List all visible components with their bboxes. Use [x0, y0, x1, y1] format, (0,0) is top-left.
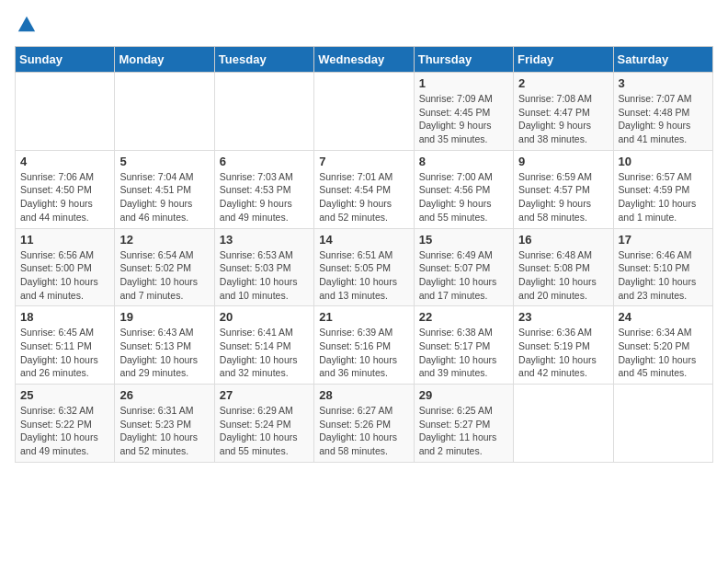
- day-info: Sunrise: 6:34 AM Sunset: 5:20 PM Dayligh…: [619, 326, 708, 380]
- day-info: Sunrise: 7:00 AM Sunset: 4:56 PM Dayligh…: [419, 170, 508, 224]
- calendar-cell: 1Sunrise: 7:09 AM Sunset: 4:45 PM Daylig…: [414, 73, 513, 151]
- calendar-cell: 23Sunrise: 6:36 AM Sunset: 5:19 PM Dayli…: [514, 306, 613, 385]
- day-info: Sunrise: 6:49 AM Sunset: 5:07 PM Dayligh…: [419, 248, 508, 303]
- day-number: 26: [119, 388, 209, 402]
- day-number: 29: [419, 388, 508, 402]
- calendar-cell: 11Sunrise: 6:56 AM Sunset: 5:00 PM Dayli…: [16, 228, 115, 306]
- calendar-cell: 15Sunrise: 6:49 AM Sunset: 5:07 PM Dayli…: [414, 228, 513, 306]
- day-info: Sunrise: 6:53 AM Sunset: 5:03 PM Dayligh…: [220, 248, 309, 303]
- calendar-cell: 20Sunrise: 6:41 AM Sunset: 5:14 PM Dayli…: [214, 306, 313, 385]
- day-info: Sunrise: 6:39 AM Sunset: 5:16 PM Dayligh…: [319, 326, 408, 380]
- day-number: 28: [319, 388, 408, 402]
- logo: [15, 15, 37, 35]
- day-number: 19: [119, 310, 209, 324]
- day-info: Sunrise: 6:59 AM Sunset: 4:57 PM Dayligh…: [518, 170, 608, 224]
- col-header-friday: Friday: [514, 47, 613, 73]
- day-info: Sunrise: 7:07 AM Sunset: 4:48 PM Dayligh…: [619, 92, 708, 146]
- calendar-cell: 6Sunrise: 7:03 AM Sunset: 4:53 PM Daylig…: [214, 150, 313, 228]
- day-number: 20: [220, 310, 309, 324]
- col-header-monday: Monday: [115, 47, 214, 73]
- calendar-cell: 16Sunrise: 6:48 AM Sunset: 5:08 PM Dayli…: [514, 228, 613, 306]
- col-header-tuesday: Tuesday: [214, 47, 313, 73]
- calendar-cell: 10Sunrise: 6:57 AM Sunset: 4:59 PM Dayli…: [613, 150, 712, 228]
- col-header-saturday: Saturday: [613, 47, 712, 73]
- day-info: Sunrise: 6:45 AM Sunset: 5:11 PM Dayligh…: [20, 326, 109, 380]
- day-number: 10: [619, 155, 708, 168]
- calendar-cell: 5Sunrise: 7:04 AM Sunset: 4:51 PM Daylig…: [115, 150, 214, 228]
- day-info: Sunrise: 6:43 AM Sunset: 5:13 PM Dayligh…: [119, 326, 209, 380]
- day-number: 1: [419, 76, 508, 90]
- day-number: 21: [319, 310, 408, 324]
- day-number: 18: [20, 310, 109, 324]
- calendar-cell: 25Sunrise: 6:32 AM Sunset: 5:22 PM Dayli…: [16, 385, 115, 463]
- calendar-cell: 18Sunrise: 6:45 AM Sunset: 5:11 PM Dayli…: [16, 306, 115, 385]
- calendar-cell: 3Sunrise: 7:07 AM Sunset: 4:48 PM Daylig…: [613, 73, 712, 151]
- calendar-cell: [514, 385, 613, 463]
- col-header-thursday: Thursday: [414, 47, 513, 73]
- calendar-cell: 9Sunrise: 6:59 AM Sunset: 4:57 PM Daylig…: [514, 150, 613, 228]
- day-number: 9: [518, 155, 608, 168]
- day-info: Sunrise: 6:51 AM Sunset: 5:05 PM Dayligh…: [319, 248, 408, 303]
- calendar-cell: 4Sunrise: 7:06 AM Sunset: 4:50 PM Daylig…: [16, 150, 115, 228]
- calendar-cell: [16, 73, 115, 151]
- col-header-sunday: Sunday: [16, 47, 115, 73]
- day-number: 12: [119, 233, 209, 247]
- day-info: Sunrise: 6:57 AM Sunset: 4:59 PM Dayligh…: [619, 170, 708, 224]
- day-number: 23: [518, 310, 608, 324]
- day-number: 24: [619, 310, 708, 324]
- day-info: Sunrise: 6:46 AM Sunset: 5:10 PM Dayligh…: [619, 248, 708, 303]
- day-info: Sunrise: 6:54 AM Sunset: 5:02 PM Dayligh…: [119, 248, 209, 303]
- day-number: 22: [419, 310, 508, 324]
- day-info: Sunrise: 7:09 AM Sunset: 4:45 PM Dayligh…: [419, 92, 508, 146]
- calendar-cell: 27Sunrise: 6:29 AM Sunset: 5:24 PM Dayli…: [214, 385, 313, 463]
- calendar-cell: [314, 73, 414, 151]
- calendar-cell: 21Sunrise: 6:39 AM Sunset: 5:16 PM Dayli…: [314, 306, 414, 385]
- calendar-cell: 28Sunrise: 6:27 AM Sunset: 5:26 PM Dayli…: [314, 385, 414, 463]
- day-number: 3: [619, 76, 708, 90]
- day-number: 25: [20, 388, 109, 402]
- calendar-cell: 14Sunrise: 6:51 AM Sunset: 5:05 PM Dayli…: [314, 228, 414, 306]
- day-info: Sunrise: 7:04 AM Sunset: 4:51 PM Dayligh…: [119, 170, 209, 224]
- day-info: Sunrise: 6:36 AM Sunset: 5:19 PM Dayligh…: [518, 326, 608, 380]
- day-number: 17: [619, 233, 708, 247]
- logo-icon: [17, 15, 37, 35]
- calendar-cell: [115, 73, 214, 151]
- calendar-cell: 29Sunrise: 6:25 AM Sunset: 5:27 PM Dayli…: [414, 385, 513, 463]
- day-number: 6: [220, 155, 309, 168]
- day-number: 14: [319, 233, 408, 247]
- calendar-cell: 12Sunrise: 6:54 AM Sunset: 5:02 PM Dayli…: [115, 228, 214, 306]
- svg-marker-0: [18, 17, 35, 32]
- calendar-cell: [214, 73, 313, 151]
- day-number: 11: [20, 233, 109, 247]
- day-number: 13: [220, 233, 309, 247]
- day-info: Sunrise: 6:25 AM Sunset: 5:27 PM Dayligh…: [419, 404, 508, 458]
- day-info: Sunrise: 7:08 AM Sunset: 4:47 PM Dayligh…: [518, 92, 608, 146]
- day-info: Sunrise: 6:56 AM Sunset: 5:00 PM Dayligh…: [20, 248, 109, 303]
- calendar-table: SundayMondayTuesdayWednesdayThursdayFrid…: [15, 46, 713, 463]
- calendar-cell: 22Sunrise: 6:38 AM Sunset: 5:17 PM Dayli…: [414, 306, 513, 385]
- day-info: Sunrise: 6:41 AM Sunset: 5:14 PM Dayligh…: [220, 326, 309, 380]
- calendar-cell: 17Sunrise: 6:46 AM Sunset: 5:10 PM Dayli…: [613, 228, 712, 306]
- calendar-cell: 8Sunrise: 7:00 AM Sunset: 4:56 PM Daylig…: [414, 150, 513, 228]
- day-number: 5: [119, 155, 209, 168]
- day-info: Sunrise: 6:31 AM Sunset: 5:23 PM Dayligh…: [119, 404, 209, 458]
- day-info: Sunrise: 7:03 AM Sunset: 4:53 PM Dayligh…: [220, 170, 309, 224]
- day-info: Sunrise: 6:27 AM Sunset: 5:26 PM Dayligh…: [319, 404, 408, 458]
- day-info: Sunrise: 6:48 AM Sunset: 5:08 PM Dayligh…: [518, 248, 608, 303]
- calendar-cell: 24Sunrise: 6:34 AM Sunset: 5:20 PM Dayli…: [613, 306, 712, 385]
- col-header-wednesday: Wednesday: [314, 47, 414, 73]
- day-info: Sunrise: 7:01 AM Sunset: 4:54 PM Dayligh…: [319, 170, 408, 224]
- day-number: 7: [319, 155, 408, 168]
- day-number: 8: [419, 155, 508, 168]
- calendar-cell: [613, 385, 712, 463]
- calendar-cell: 7Sunrise: 7:01 AM Sunset: 4:54 PM Daylig…: [314, 150, 414, 228]
- day-number: 2: [518, 76, 608, 90]
- day-info: Sunrise: 6:29 AM Sunset: 5:24 PM Dayligh…: [220, 404, 309, 458]
- day-info: Sunrise: 6:38 AM Sunset: 5:17 PM Dayligh…: [419, 326, 508, 380]
- calendar-cell: 26Sunrise: 6:31 AM Sunset: 5:23 PM Dayli…: [115, 385, 214, 463]
- day-number: 4: [20, 155, 109, 168]
- calendar-cell: 2Sunrise: 7:08 AM Sunset: 4:47 PM Daylig…: [514, 73, 613, 151]
- day-info: Sunrise: 7:06 AM Sunset: 4:50 PM Dayligh…: [20, 170, 109, 224]
- day-number: 27: [220, 388, 309, 402]
- day-number: 16: [518, 233, 608, 247]
